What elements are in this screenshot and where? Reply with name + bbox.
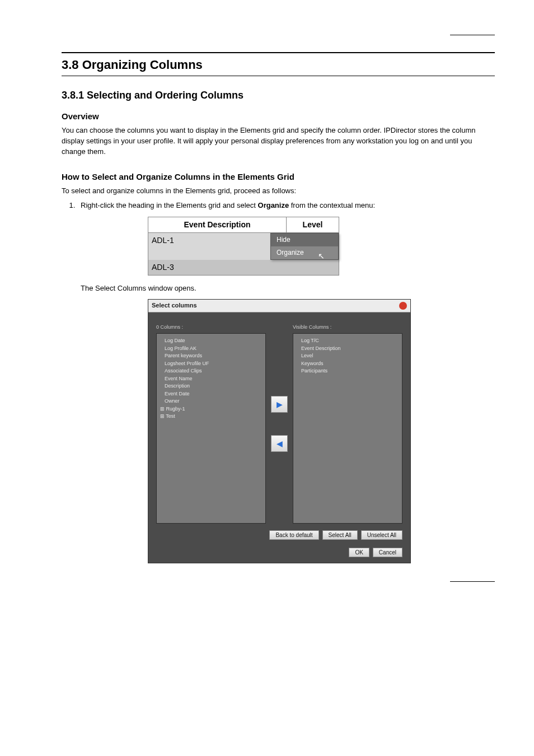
list-item[interactable]: Owner [160, 398, 262, 405]
move-left-button[interactable]: ◀ [271, 435, 288, 452]
cancel-button[interactable]: Cancel [373, 548, 402, 557]
figure-2: Select columns 0 Columns : Log Date Log … [148, 299, 495, 563]
available-columns-list[interactable]: Log Date Log Profile AK Parent keywords … [156, 333, 266, 524]
howto-intro: To select and organize columns in the El… [62, 186, 495, 197]
list-item[interactable]: ⊞ Test [160, 413, 262, 421]
step-1-post: from the contextual menu: [289, 201, 375, 209]
select-columns-dialog: Select columns 0 Columns : Log Date Log … [148, 299, 411, 563]
steps-list: Right-click the heading in the Elements … [62, 200, 495, 563]
fig1-row1-cell: ADL-1 [148, 233, 282, 260]
close-icon[interactable] [399, 302, 407, 310]
right-list-buttons: Back to default Select All Unselect All [148, 528, 410, 540]
menu-organize-label: Organize [277, 249, 304, 256]
fig1-col-header-level[interactable]: Level [287, 217, 339, 232]
visible-columns-list[interactable]: Log T/C Event Description Level Keywords… [293, 333, 402, 524]
right-group-label: Visible Columns : [293, 324, 402, 331]
fig1-row2-cell: ADL-3 [148, 260, 339, 274]
chevron-right-icon: ▶ [277, 399, 283, 410]
dialog-footer: OK Cancel [148, 540, 410, 563]
menu-hide[interactable]: Hide [271, 234, 338, 246]
left-group-label: 0 Columns : [156, 324, 266, 331]
header-right-rule [450, 34, 495, 35]
dialog-titlebar: Select columns [148, 300, 410, 312]
list-item[interactable]: Log Profile AK [160, 345, 262, 353]
list-item[interactable]: Event Description [297, 345, 399, 353]
left-column-group: 0 Columns : Log Date Log Profile AK Pare… [156, 324, 266, 524]
move-right-button[interactable]: ▶ [271, 396, 288, 413]
list-item[interactable]: Associated Clips [160, 367, 262, 375]
list-item[interactable]: Description [160, 382, 262, 390]
list-item[interactable]: Logsheet Profile UF [160, 360, 262, 368]
ok-button[interactable]: OK [349, 548, 369, 557]
list-item[interactable]: Log Date [160, 337, 262, 345]
list-item[interactable]: Event Name [160, 375, 262, 383]
tree-root-label: Rugby-1 [166, 406, 185, 412]
list-item[interactable]: Parent keywords [160, 352, 262, 360]
back-to-default-button[interactable]: Back to default [269, 530, 318, 540]
transfer-buttons: ▶ ◀ [270, 324, 288, 524]
select-all-button[interactable]: Select All [322, 530, 358, 540]
step-1: Right-click the heading in the Elements … [77, 200, 495, 563]
fig1-col-header-event[interactable]: Event Description [148, 217, 287, 232]
overview-heading: Overview [62, 111, 495, 121]
section-title: 3.8 Organizing Columns [62, 52, 495, 76]
cursor-icon: ↖ [318, 250, 325, 262]
footer-right-rule [450, 580, 495, 582]
list-item[interactable]: Participants [297, 367, 399, 375]
list-item[interactable]: Event Date [160, 390, 262, 398]
step-1-pre: Right-click the heading in the Elements … [81, 201, 258, 209]
howto-heading: How to Select and Organize Columns in th… [62, 172, 495, 181]
list-item[interactable]: ⊞ Rugby-1 [160, 405, 262, 413]
list-item[interactable]: Keywords [297, 360, 399, 368]
step-1b: The Select Columns window opens. [81, 284, 196, 292]
subsection-title: 3.8.1 Selecting and Ordering Columns [62, 90, 495, 101]
chevron-left-icon: ◀ [277, 438, 283, 449]
list-item[interactable]: Level [297, 352, 399, 360]
tree-root-label: Test [166, 413, 175, 419]
unselect-all-button[interactable]: Unselect All [361, 530, 402, 540]
menu-organize[interactable]: Organize ↖ [271, 246, 338, 259]
overview-paragraph: You can choose the columns you want to d… [62, 125, 495, 157]
step-1-bold: Organize [258, 201, 289, 209]
right-column-group: Visible Columns : Log T/C Event Descript… [293, 324, 402, 524]
fig1-context-menu: Hide Organize ↖ [270, 233, 339, 260]
figure-1: Event Description Level ADL-1 Hide Organ… [148, 217, 495, 275]
list-item[interactable]: Log T/C [297, 337, 399, 345]
dialog-title: Select columns [152, 301, 197, 310]
